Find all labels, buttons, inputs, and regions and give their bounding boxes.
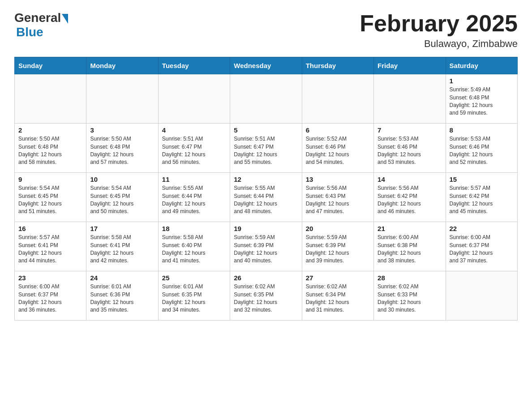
day-number: 1 bbox=[450, 77, 514, 85]
calendar-day-cell bbox=[158, 74, 230, 124]
day-number: 24 bbox=[90, 274, 154, 282]
weekday-header-saturday: Saturday bbox=[446, 57, 517, 74]
day-info: Sunrise: 5:52 AM Sunset: 6:46 PM Dayligh… bbox=[306, 135, 370, 167]
day-info: Sunrise: 6:00 AM Sunset: 6:37 PM Dayligh… bbox=[450, 234, 514, 265]
page-subtitle: Bulawayo, Zimbabwe bbox=[360, 38, 518, 50]
calendar-day-cell: 22Sunrise: 6:00 AM Sunset: 6:37 PM Dayli… bbox=[446, 222, 517, 271]
logo-blue-text: Blue bbox=[16, 25, 43, 39]
day-info: Sunrise: 6:00 AM Sunset: 6:37 PM Dayligh… bbox=[18, 283, 82, 314]
calendar-day-cell bbox=[15, 74, 86, 124]
calendar-day-cell: 9Sunrise: 5:54 AM Sunset: 6:45 PM Daylig… bbox=[15, 173, 86, 222]
day-number: 8 bbox=[450, 126, 514, 134]
day-info: Sunrise: 5:53 AM Sunset: 6:46 PM Dayligh… bbox=[450, 135, 514, 167]
day-number: 20 bbox=[306, 225, 370, 232]
day-number: 7 bbox=[378, 126, 442, 134]
calendar-week-row: 1Sunrise: 5:49 AM Sunset: 6:48 PM Daylig… bbox=[15, 74, 518, 124]
weekday-header-tuesday: Tuesday bbox=[158, 57, 230, 74]
calendar-day-cell: 27Sunrise: 6:02 AM Sunset: 6:34 PM Dayli… bbox=[302, 271, 373, 321]
day-info: Sunrise: 5:51 AM Sunset: 6:47 PM Dayligh… bbox=[162, 135, 226, 167]
calendar-day-cell: 6Sunrise: 5:52 AM Sunset: 6:46 PM Daylig… bbox=[302, 124, 373, 173]
day-number: 25 bbox=[162, 274, 226, 282]
weekday-header-wednesday: Wednesday bbox=[230, 57, 302, 74]
day-number: 23 bbox=[18, 274, 82, 282]
calendar-day-cell: 23Sunrise: 6:00 AM Sunset: 6:37 PM Dayli… bbox=[15, 271, 86, 321]
calendar-day-cell: 19Sunrise: 5:59 AM Sunset: 6:39 PM Dayli… bbox=[230, 222, 302, 271]
day-number: 21 bbox=[378, 225, 442, 232]
day-info: Sunrise: 5:58 AM Sunset: 6:41 PM Dayligh… bbox=[90, 234, 154, 265]
page-title: February 2025 bbox=[360, 11, 518, 36]
day-number: 10 bbox=[90, 176, 154, 183]
calendar-day-cell bbox=[302, 74, 373, 124]
calendar-day-cell: 1Sunrise: 5:49 AM Sunset: 6:48 PM Daylig… bbox=[446, 74, 517, 124]
calendar-day-cell: 13Sunrise: 5:56 AM Sunset: 6:43 PM Dayli… bbox=[302, 173, 373, 222]
day-number: 4 bbox=[162, 126, 226, 134]
day-info: Sunrise: 5:54 AM Sunset: 6:45 PM Dayligh… bbox=[18, 184, 82, 216]
day-number: 13 bbox=[306, 176, 370, 183]
weekday-header-friday: Friday bbox=[374, 57, 446, 74]
day-number: 3 bbox=[90, 126, 154, 134]
day-info: Sunrise: 5:56 AM Sunset: 6:42 PM Dayligh… bbox=[378, 184, 442, 216]
logo: General Blue bbox=[14, 11, 68, 39]
day-number: 12 bbox=[234, 176, 298, 183]
calendar-day-cell bbox=[230, 74, 302, 124]
day-number: 18 bbox=[162, 225, 226, 232]
weekday-header-row: SundayMondayTuesdayWednesdayThursdayFrid… bbox=[15, 57, 518, 74]
logo-arrow-icon bbox=[62, 14, 68, 24]
day-number: 26 bbox=[234, 274, 298, 282]
calendar-day-cell: 18Sunrise: 5:58 AM Sunset: 6:40 PM Dayli… bbox=[158, 222, 230, 271]
day-number: 9 bbox=[18, 176, 82, 183]
calendar-week-row: 9Sunrise: 5:54 AM Sunset: 6:45 PM Daylig… bbox=[15, 173, 518, 222]
calendar-day-cell: 5Sunrise: 5:51 AM Sunset: 6:47 PM Daylig… bbox=[230, 124, 302, 173]
weekday-header-thursday: Thursday bbox=[302, 57, 373, 74]
calendar-day-cell bbox=[374, 74, 446, 124]
day-info: Sunrise: 5:51 AM Sunset: 6:47 PM Dayligh… bbox=[234, 135, 298, 167]
calendar-day-cell: 7Sunrise: 5:53 AM Sunset: 6:46 PM Daylig… bbox=[374, 124, 446, 173]
day-info: Sunrise: 5:53 AM Sunset: 6:46 PM Dayligh… bbox=[378, 135, 442, 167]
day-info: Sunrise: 5:59 AM Sunset: 6:39 PM Dayligh… bbox=[306, 234, 370, 265]
day-info: Sunrise: 5:55 AM Sunset: 6:44 PM Dayligh… bbox=[234, 184, 298, 216]
day-info: Sunrise: 5:57 AM Sunset: 6:41 PM Dayligh… bbox=[18, 234, 82, 265]
calendar-day-cell: 16Sunrise: 5:57 AM Sunset: 6:41 PM Dayli… bbox=[15, 222, 86, 271]
day-number: 19 bbox=[234, 225, 298, 232]
calendar-day-cell: 21Sunrise: 6:00 AM Sunset: 6:38 PM Dayli… bbox=[374, 222, 446, 271]
day-info: Sunrise: 5:54 AM Sunset: 6:45 PM Dayligh… bbox=[90, 184, 154, 216]
day-info: Sunrise: 6:01 AM Sunset: 6:35 PM Dayligh… bbox=[162, 283, 226, 314]
calendar-week-row: 23Sunrise: 6:00 AM Sunset: 6:37 PM Dayli… bbox=[15, 271, 518, 321]
calendar-day-cell: 14Sunrise: 5:56 AM Sunset: 6:42 PM Dayli… bbox=[374, 173, 446, 222]
calendar-day-cell: 11Sunrise: 5:55 AM Sunset: 6:44 PM Dayli… bbox=[158, 173, 230, 222]
calendar-day-cell bbox=[86, 74, 158, 124]
weekday-header-sunday: Sunday bbox=[15, 57, 86, 74]
day-info: Sunrise: 5:55 AM Sunset: 6:44 PM Dayligh… bbox=[162, 184, 226, 216]
day-number: 6 bbox=[306, 126, 370, 134]
day-number: 11 bbox=[162, 176, 226, 183]
day-info: Sunrise: 6:02 AM Sunset: 6:35 PM Dayligh… bbox=[234, 283, 298, 314]
calendar-day-cell: 3Sunrise: 5:50 AM Sunset: 6:48 PM Daylig… bbox=[86, 124, 158, 173]
calendar-day-cell: 26Sunrise: 6:02 AM Sunset: 6:35 PM Dayli… bbox=[230, 271, 302, 321]
calendar-day-cell: 25Sunrise: 6:01 AM Sunset: 6:35 PM Dayli… bbox=[158, 271, 230, 321]
day-info: Sunrise: 5:59 AM Sunset: 6:39 PM Dayligh… bbox=[234, 234, 298, 265]
day-number: 14 bbox=[378, 176, 442, 183]
calendar-week-row: 16Sunrise: 5:57 AM Sunset: 6:41 PM Dayli… bbox=[15, 222, 518, 271]
day-info: Sunrise: 5:49 AM Sunset: 6:48 PM Dayligh… bbox=[450, 86, 514, 117]
day-number: 27 bbox=[306, 274, 370, 282]
calendar-day-cell bbox=[446, 271, 517, 321]
day-number: 2 bbox=[18, 126, 82, 134]
title-block: February 2025 Bulawayo, Zimbabwe bbox=[360, 11, 518, 50]
calendar-week-row: 2Sunrise: 5:50 AM Sunset: 6:48 PM Daylig… bbox=[15, 124, 518, 173]
day-number: 22 bbox=[450, 225, 514, 232]
calendar-day-cell: 2Sunrise: 5:50 AM Sunset: 6:48 PM Daylig… bbox=[15, 124, 86, 173]
calendar-day-cell: 17Sunrise: 5:58 AM Sunset: 6:41 PM Dayli… bbox=[86, 222, 158, 271]
calendar-day-cell: 24Sunrise: 6:01 AM Sunset: 6:36 PM Dayli… bbox=[86, 271, 158, 321]
calendar-day-cell: 15Sunrise: 5:57 AM Sunset: 6:42 PM Dayli… bbox=[446, 173, 517, 222]
day-info: Sunrise: 5:56 AM Sunset: 6:43 PM Dayligh… bbox=[306, 184, 370, 216]
day-info: Sunrise: 5:58 AM Sunset: 6:40 PM Dayligh… bbox=[162, 234, 226, 265]
day-info: Sunrise: 6:00 AM Sunset: 6:38 PM Dayligh… bbox=[378, 234, 442, 265]
calendar-table: SundayMondayTuesdayWednesdayThursdayFrid… bbox=[14, 57, 518, 321]
day-number: 16 bbox=[18, 225, 82, 232]
calendar-day-cell: 20Sunrise: 5:59 AM Sunset: 6:39 PM Dayli… bbox=[302, 222, 373, 271]
weekday-header-monday: Monday bbox=[86, 57, 158, 74]
calendar-day-cell: 4Sunrise: 5:51 AM Sunset: 6:47 PM Daylig… bbox=[158, 124, 230, 173]
day-info: Sunrise: 6:02 AM Sunset: 6:33 PM Dayligh… bbox=[378, 283, 442, 314]
day-number: 15 bbox=[450, 176, 514, 183]
day-number: 17 bbox=[90, 225, 154, 232]
